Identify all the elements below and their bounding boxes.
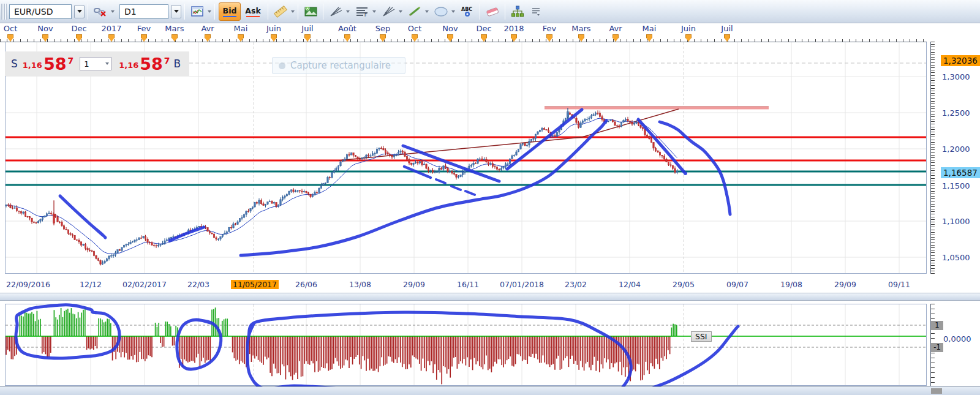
month-marker-icon xyxy=(685,34,692,42)
collapsed-panel-badge xyxy=(931,388,942,394)
month-marker-icon xyxy=(724,34,730,42)
price-axis-label: 1,1000 xyxy=(942,217,970,226)
ssi-indicator-label[interactable]: SSI xyxy=(691,331,712,342)
line-dropdown-arrow-icon[interactable] xyxy=(425,10,429,13)
month-marker-icon xyxy=(172,34,178,42)
ellipse-icon xyxy=(434,6,448,17)
quantity-dropdown-arrow-icon[interactable] xyxy=(105,62,109,65)
list-icon xyxy=(531,7,541,17)
timeframe-select[interactable]: D1 xyxy=(119,4,168,19)
month-marker-icon xyxy=(578,34,584,42)
text-tool-button[interactable]: ABC xyxy=(459,3,476,20)
month-marker-icon xyxy=(481,34,487,42)
sell-price-big[interactable]: 58 xyxy=(43,56,67,72)
pitchfork-dropdown-arrow-icon[interactable] xyxy=(399,10,402,13)
month-label: Juin xyxy=(266,24,281,33)
measure-tool-button[interactable] xyxy=(272,3,289,20)
month-label: Juil xyxy=(721,24,733,33)
month-marker-icon xyxy=(271,34,277,42)
month-marker-icon xyxy=(344,34,350,42)
chart-window-icon xyxy=(191,6,203,17)
capture-dot-icon xyxy=(279,62,285,69)
date-label-selected: 11/05/2017 xyxy=(231,280,279,289)
last-price-badge: 1,16587 xyxy=(941,167,980,178)
svg-text:F: F xyxy=(364,13,367,17)
bid-label: Bid xyxy=(223,6,237,15)
month-label: Nov xyxy=(37,24,53,33)
ellipse-tool-button[interactable] xyxy=(432,3,450,20)
timeframe-dropdown-button[interactable] xyxy=(171,5,181,18)
pitchfork-tool-button[interactable] xyxy=(380,3,397,20)
price-axis-label: 1,1500 xyxy=(942,181,970,190)
month-label: 2017 xyxy=(101,24,121,33)
separator xyxy=(480,4,480,20)
separator xyxy=(268,4,268,20)
month-marker-icon xyxy=(646,34,652,42)
panel-splitter[interactable] xyxy=(0,293,980,301)
month-marker-icon xyxy=(205,34,211,42)
fan-dropdown-arrow-icon[interactable] xyxy=(346,10,350,13)
screenshot-tool-button[interactable] xyxy=(302,3,319,20)
collapsed-panel-strip[interactable] xyxy=(0,386,980,395)
chart-type-dropdown-arrow-icon[interactable] xyxy=(208,10,211,13)
main-chart-plot-area[interactable] xyxy=(5,42,927,274)
month-ruler: OctNovDec2017FevMarsAvrMaiJuinJuilAoûtSe… xyxy=(0,23,980,34)
month-marker-icon xyxy=(546,34,552,42)
buy-price-pip: 7 xyxy=(164,56,170,66)
separator xyxy=(184,4,185,20)
date-axis[interactable]: 22/09/201612/1202/02/201722/0311/05/2017… xyxy=(0,274,927,293)
toolbar-grip-handle[interactable] xyxy=(1,4,7,20)
price-axis-label: 1,2500 xyxy=(942,108,970,118)
date-label: 02/02/2017 xyxy=(123,280,167,289)
month-label: Dec xyxy=(476,24,491,33)
structure-tool-button[interactable] xyxy=(509,3,526,20)
sell-price-small: 1,16 xyxy=(23,61,42,70)
text-abc-icon: ABC xyxy=(461,6,474,18)
line-tool-button[interactable] xyxy=(406,3,423,20)
separator xyxy=(88,4,88,20)
month-label: Fev xyxy=(137,24,151,33)
image-capture-icon xyxy=(304,6,317,17)
ellipse-dropdown-arrow-icon[interactable] xyxy=(451,10,455,13)
date-label: 23/02 xyxy=(565,280,587,289)
buy-price-big[interactable]: 58 xyxy=(140,56,163,72)
date-label: 29/09 xyxy=(834,280,856,289)
ask-button[interactable]: Ask xyxy=(242,2,264,21)
capture-tooltip: Capture rectangulaire xyxy=(272,57,405,74)
measure-dropdown-arrow-icon[interactable] xyxy=(291,10,295,13)
symbol-value: EUR/USD xyxy=(14,7,53,17)
symbol-select[interactable]: EUR/USD xyxy=(9,4,72,19)
eraser-tool-button[interactable] xyxy=(484,3,501,20)
month-label: Nov xyxy=(442,24,458,33)
trendline-fan-tool-button[interactable] xyxy=(327,3,344,20)
month-marker-icon xyxy=(304,34,311,42)
month-label: Juin xyxy=(681,24,696,33)
price-axis-label: 1,2000 xyxy=(942,145,970,154)
date-label: 12/04 xyxy=(619,280,641,289)
quantity-field[interactable]: 1 xyxy=(80,57,111,70)
separator xyxy=(298,4,298,20)
unlink-dropdown-arrow-icon[interactable] xyxy=(111,10,115,13)
ssi-plot-area[interactable] xyxy=(5,304,927,386)
fibonacci-dropdown-arrow-icon[interactable] xyxy=(372,10,376,13)
month-label: Mars xyxy=(571,24,590,33)
month-tick-ruler[interactable] xyxy=(0,34,927,42)
month-label: Oct xyxy=(4,24,17,33)
unlink-chart-button[interactable] xyxy=(92,3,109,20)
list-menu-button[interactable] xyxy=(527,3,545,20)
fibonacci-tool-button[interactable]: F xyxy=(353,3,371,20)
svg-text:ABC: ABC xyxy=(461,7,472,12)
month-marker-icon xyxy=(42,34,48,42)
timeframe-value: D1 xyxy=(124,7,137,17)
fan-lines-icon xyxy=(329,6,342,17)
ssi-plus-one-badge: 1 xyxy=(931,321,943,330)
symbol-dropdown-button[interactable] xyxy=(74,5,85,18)
month-marker-icon xyxy=(238,34,244,42)
price-axis-ruler[interactable] xyxy=(930,42,940,274)
chart-type-button[interactable] xyxy=(189,3,206,20)
price-axis-label: 1,3000 xyxy=(942,72,970,81)
eraser-icon xyxy=(485,6,500,17)
month-label: Fev xyxy=(543,24,556,33)
bid-button[interactable]: Bid xyxy=(219,2,241,21)
month-label: Août xyxy=(338,24,356,33)
